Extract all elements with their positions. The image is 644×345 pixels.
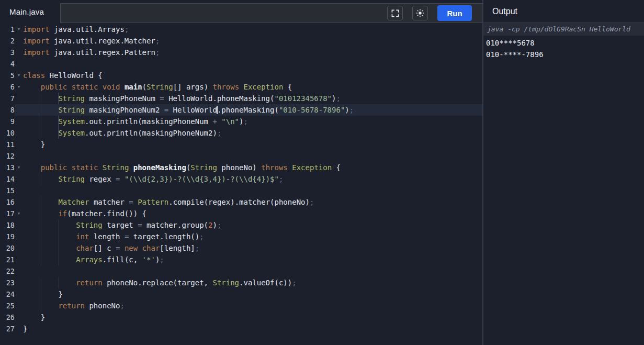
code-line[interactable]: 13▾ public static String phoneMasking(St… <box>0 162 482 173</box>
indent-guide <box>41 116 41 127</box>
line-number: 5 <box>0 70 15 81</box>
output-lines: 010****5678010-****-7896 <box>483 36 644 60</box>
code-line[interactable]: 7 String maskingPhoneNum = HelloWorld.ph… <box>0 93 482 104</box>
code-line[interactable]: 4 <box>0 58 482 70</box>
indent-guide <box>58 219 59 231</box>
tab-label: Main.java <box>9 7 44 16</box>
indent-guide <box>41 196 41 208</box>
indent-guide <box>41 127 41 139</box>
code-content: } <box>23 311 482 323</box>
code-line[interactable]: 21 Arrays.fill(c, '*'); <box>0 254 482 265</box>
code-line[interactable]: 12 <box>0 150 482 162</box>
code-line[interactable]: 1▾import java.util.Arrays; <box>0 24 482 35</box>
code-content: public static String phoneMasking(String… <box>23 162 482 173</box>
line-number: 13 <box>0 162 15 173</box>
fold-spacer <box>15 35 23 47</box>
code-line[interactable]: 19 int length = target.length(); <box>0 231 482 242</box>
line-number: 7 <box>0 93 15 104</box>
fold-spacer <box>15 231 23 242</box>
line-number: 18 <box>0 219 15 231</box>
code-content <box>23 150 482 162</box>
code-line[interactable]: 27} <box>0 323 482 335</box>
line-number: 24 <box>0 288 15 300</box>
indent-guide <box>41 300 41 311</box>
header-bar: Main.java <box>0 0 644 23</box>
code-line[interactable]: 25 return phoneNo; <box>0 300 482 311</box>
indent-guide <box>41 288 41 300</box>
line-number: 15 <box>0 185 15 196</box>
brightness-icon <box>416 9 424 17</box>
code-line[interactable]: 16 Matcher matcher = Pattern.compile(reg… <box>0 196 482 208</box>
fold-icon[interactable]: ▾ <box>15 208 23 219</box>
line-number: 12 <box>0 150 15 162</box>
line-number: 1 <box>0 24 15 35</box>
code-content: import java.util.regex.Matcher; <box>23 35 482 47</box>
code-line[interactable]: 23 return phoneNo.replace(target, String… <box>0 277 482 288</box>
indent-guide <box>41 104 41 116</box>
code-line[interactable]: 24 } <box>0 288 482 300</box>
code-line[interactable]: 6▾ public static void main(String[] args… <box>0 81 482 93</box>
fold-icon[interactable]: ▾ <box>15 81 23 93</box>
code-content: Arrays.fill(c, '*'); <box>23 254 482 265</box>
output-line: 010****5678 <box>483 37 644 49</box>
line-number: 22 <box>0 265 15 277</box>
line-number: 23 <box>0 277 15 288</box>
fold-spacer <box>15 104 23 116</box>
code-line[interactable]: 2import java.util.regex.Matcher; <box>0 35 482 47</box>
code-line[interactable]: 18 String target = matcher.group(2); <box>0 219 482 231</box>
code-editor[interactable]: 1▾import java.util.Arrays;2import java.u… <box>0 23 482 345</box>
line-number: 8 <box>0 104 15 116</box>
line-number: 3 <box>0 47 15 58</box>
fold-icon[interactable]: ▾ <box>15 24 23 35</box>
code-line[interactable]: 14 String regex = "(\\d{2,3})-?(\\d{3,4}… <box>0 173 482 185</box>
main-split: 1▾import java.util.Arrays;2import java.u… <box>0 23 644 345</box>
code-line[interactable]: 10 System.out.println(maskingPhoneNum2); <box>0 127 482 139</box>
code-content: String maskingPhoneNum = HelloWorld.phon… <box>23 93 482 104</box>
theme-toggle-button[interactable] <box>412 6 428 20</box>
line-number: 4 <box>0 58 15 70</box>
fullscreen-button[interactable] <box>387 6 403 20</box>
code-content: class HelloWorld { <box>23 70 482 81</box>
indent-guide <box>58 254 59 265</box>
fold-spacer <box>15 323 23 335</box>
run-button[interactable]: Run <box>437 5 472 21</box>
fold-spacer <box>15 300 23 311</box>
code-content: import java.util.Arrays; <box>23 24 482 35</box>
fold-spacer <box>15 288 23 300</box>
fold-icon[interactable]: ▾ <box>15 70 23 81</box>
line-number: 26 <box>0 311 15 323</box>
code-line[interactable]: 3import java.util.regex.Pattern; <box>0 47 482 58</box>
code-line[interactable]: 20 char[] c = new char[length]; <box>0 242 482 254</box>
code-content: char[] c = new char[length]; <box>23 242 482 254</box>
code-line[interactable]: 8 String maskingPhoneNum2 = HelloWorld.p… <box>0 104 482 116</box>
code-line[interactable]: 11 } <box>0 139 482 150</box>
active-indent-guide <box>58 127 59 139</box>
code-content: int length = target.length(); <box>23 231 482 242</box>
line-number: 27 <box>0 323 15 335</box>
code-content: return phoneNo; <box>23 300 482 311</box>
line-number: 16 <box>0 196 15 208</box>
code-line[interactable]: 5▾class HelloWorld { <box>0 70 482 81</box>
line-number: 6 <box>0 81 15 93</box>
code-line[interactable]: 22 <box>0 265 482 277</box>
tab-main-java[interactable]: Main.java <box>0 0 60 23</box>
fold-icon[interactable]: ▾ <box>15 162 23 173</box>
indent-guide <box>41 173 41 185</box>
output-title: Output <box>492 7 517 16</box>
indent-guide <box>58 277 59 288</box>
line-number: 21 <box>0 254 15 265</box>
code-content: System.out.println(maskingPhoneNum + "\n… <box>23 116 482 127</box>
indent-guide <box>41 254 41 265</box>
indent-guide <box>41 277 41 288</box>
code-runner-window: Main.java <box>0 0 644 345</box>
code-line[interactable]: 26 } <box>0 311 482 323</box>
line-number: 19 <box>0 231 15 242</box>
code-line[interactable]: 15 <box>0 185 482 196</box>
output-panel: java -cp /tmp/dOlG9RacSn HelloWorld 010*… <box>482 23 644 345</box>
code-line[interactable]: 9 System.out.println(maskingPhoneNum + "… <box>0 116 482 127</box>
output-line: 010-****-7896 <box>483 49 644 60</box>
fold-spacer <box>15 150 23 162</box>
code-line[interactable]: 17▾ if(matcher.find()) { <box>0 208 482 219</box>
line-number: 17 <box>0 208 15 219</box>
editor-toolbar: Run <box>60 3 482 23</box>
